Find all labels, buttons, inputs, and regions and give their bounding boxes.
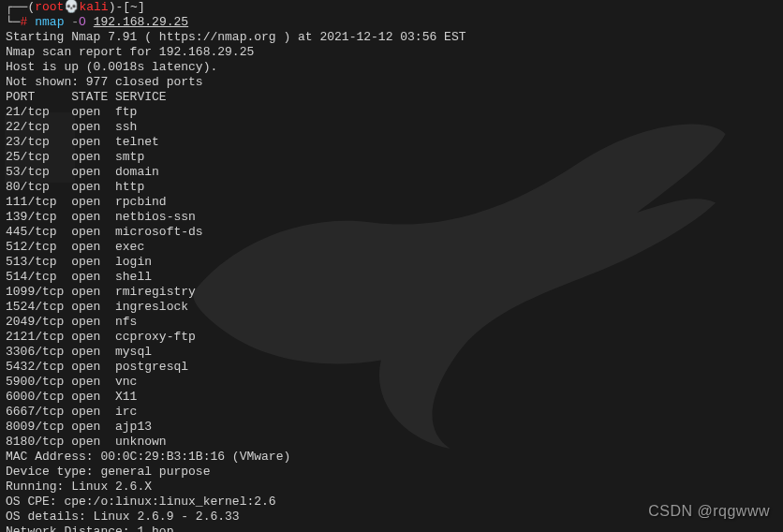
prompt-line-1: ┌──(root💀kali)-[~] (6, 0, 777, 15)
prompt-user: root (35, 0, 64, 14)
command-bin: nmap (35, 15, 64, 29)
output-not-shown: Not shown: 977 closed ports (6, 75, 777, 90)
command-flag-letter: O (79, 15, 86, 29)
port-row: 2121/tcp open ccproxy-ftp (6, 330, 777, 345)
command-flag-dash: - (71, 15, 79, 29)
command-target: 192.168.29.25 (94, 15, 188, 29)
port-row: 53/tcp open domain (6, 165, 777, 180)
port-row: 5900/tcp open vnc (6, 375, 777, 390)
prompt-host: kali (79, 0, 108, 14)
port-row: 1099/tcp open rmiregistry (6, 285, 777, 300)
output-os-cpe: OS CPE: cpe:/o:linux:linux_kernel:2.6 (6, 495, 777, 510)
port-row: 111/tcp open rpcbind (6, 195, 777, 210)
output-header: Starting Nmap 7.91 ( https://nmap.org ) … (6, 30, 777, 45)
port-row: 22/tcp open ssh (6, 120, 777, 135)
port-row: 8180/tcp open unknown (6, 435, 777, 450)
port-row: 6000/tcp open X11 (6, 390, 777, 405)
port-row: 1524/tcp open ingreslock (6, 300, 777, 315)
port-row: 25/tcp open smtp (6, 150, 777, 165)
prompt-cwd: ~ (130, 0, 138, 14)
port-row: 513/tcp open login (6, 255, 777, 270)
port-row: 139/tcp open netbios-ssn (6, 210, 777, 225)
prompt-symbol: # (21, 15, 28, 29)
output-scan-report: Nmap scan report for 192.168.29.25 (6, 45, 777, 60)
skull-icon: 💀 (64, 0, 79, 14)
port-row: 512/tcp open exec (6, 240, 777, 255)
output-device-type: Device type: general purpose (6, 465, 777, 480)
port-row: 445/tcp open microsoft-ds (6, 225, 777, 240)
port-row: 6667/tcp open irc (6, 405, 777, 420)
output-host-status: Host is up (0.0018s latency). (6, 60, 777, 75)
port-row: 2049/tcp open nfs (6, 315, 777, 330)
output-mac: MAC Address: 00:0C:29:B3:1B:16 (VMware) (6, 450, 777, 465)
port-row: 8009/tcp open ajp13 (6, 420, 777, 435)
command-line[interactable]: └─# nmap -O 192.168.29.25 (6, 15, 777, 30)
port-row: 5432/tcp open postgresql (6, 360, 777, 375)
output-os-details: OS details: Linux 2.6.9 - 2.6.33 (6, 510, 777, 525)
output-running: Running: Linux 2.6.X (6, 480, 777, 495)
port-row: 514/tcp open shell (6, 270, 777, 285)
port-row: 80/tcp open http (6, 180, 777, 195)
port-row: 3306/tcp open mysql (6, 345, 777, 360)
output-columns: PORT STATE SERVICE (6, 90, 777, 105)
port-row: 23/tcp open telnet (6, 135, 777, 150)
output-distance: Network Distance: 1 hop (6, 525, 777, 532)
port-row: 21/tcp open ftp (6, 105, 777, 120)
